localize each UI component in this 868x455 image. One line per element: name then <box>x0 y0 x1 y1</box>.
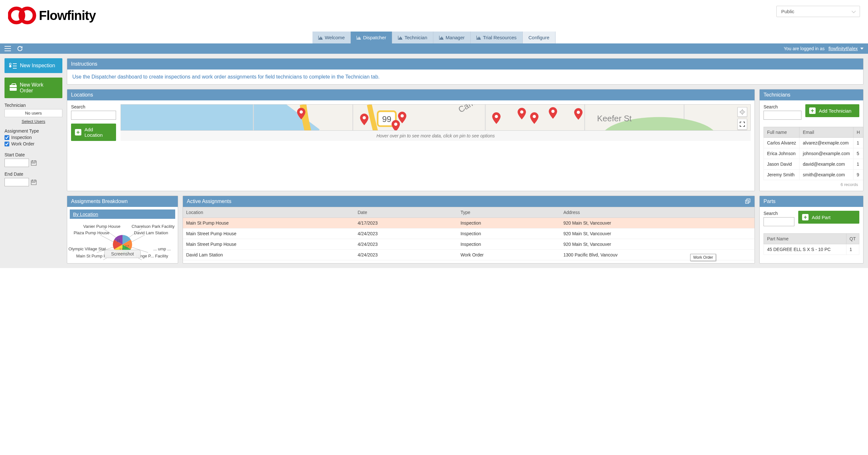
table-row[interactable]: 45 DEGREE ELL S X S - 10 PC1 <box>764 244 859 255</box>
technicians-header: Technicians <box>760 89 863 101</box>
locations-search-label: Search <box>71 104 116 109</box>
select-users-link[interactable]: Select Users <box>4 119 62 124</box>
add-location-button[interactable]: +Add Location <box>71 123 116 141</box>
new-work-order-button[interactable]: New Work Order <box>4 78 62 98</box>
map-fullscreen-button[interactable] <box>738 119 747 130</box>
technicians-search-input[interactable] <box>764 111 802 120</box>
caret-down-icon <box>860 48 864 50</box>
locations-header: Locations <box>67 89 754 101</box>
active-assignments-panel: Active Assignments LocationDateTypeAddre… <box>183 196 755 263</box>
tab-manager[interactable]: Manager <box>433 31 471 44</box>
svg-point-43 <box>551 110 555 113</box>
svg-rect-14 <box>33 182 34 183</box>
map-pin[interactable] <box>360 114 368 125</box>
start-date-label: Start Date <box>4 152 62 158</box>
breakdown-chart: 15 13 17 Vanier Pump House Plaza Pump Ho… <box>67 221 178 263</box>
svg-text:15: 15 <box>116 239 120 243</box>
svg-rect-13 <box>32 182 32 183</box>
tab-technician[interactable]: Technician <box>392 31 433 44</box>
tab-configure[interactable]: Configure <box>523 31 556 44</box>
map-pin[interactable] <box>530 112 538 124</box>
new-inspection-button[interactable]: New Inspection <box>4 58 62 73</box>
map-pin[interactable] <box>518 108 526 119</box>
svg-point-46 <box>742 112 743 113</box>
menu-icon[interactable] <box>4 46 11 51</box>
table-row[interactable]: Jeremy Smithsmith@example.com9 <box>764 170 864 180</box>
map-pin[interactable] <box>392 120 400 131</box>
main-tabs: Welcome Dispatcher Technician Manager Tr… <box>0 31 868 44</box>
map-pin[interactable] <box>297 108 305 119</box>
map-locate-button[interactable] <box>738 107 747 117</box>
technicians-panel: Technicians Search +Add Technician Full … <box>760 89 864 191</box>
add-technician-button[interactable]: +Add Technician <box>805 104 859 117</box>
table-row[interactable]: Jason Daviddavid@example.com1 <box>764 159 864 170</box>
table-row[interactable]: David Lam Station4/24/2023Work Order1300… <box>183 250 754 260</box>
public-dropdown[interactable]: Public <box>776 6 860 17</box>
map[interactable]: 99 Kitsilano Beach Brokers Bay FAIRVIEW … <box>121 104 751 131</box>
table-row[interactable]: Carlos Alvarezalvarez@exmaple.com1 <box>764 138 864 148</box>
technicians-records: 6 records <box>764 180 859 187</box>
list-icon <box>10 63 17 68</box>
active-table: LocationDateTypeAddress Main St Pump Hou… <box>183 207 754 260</box>
svg-point-44 <box>577 111 580 114</box>
add-part-button[interactable]: +Add Part <box>798 211 859 224</box>
svg-rect-7 <box>33 163 34 164</box>
user-bar: You are logged in as flowfinity6\alex <box>0 44 868 54</box>
map-pin[interactable] <box>549 107 557 119</box>
svg-line-52 <box>100 235 114 242</box>
inspection-checkbox-row[interactable]: Inspection <box>4 135 62 140</box>
chart-icon <box>318 36 323 39</box>
svg-rect-15 <box>34 182 35 183</box>
tab-trial-resources[interactable]: Trial Resources <box>471 31 522 44</box>
logo-icon <box>8 6 36 25</box>
breakdown-header: Assignments Breakdown <box>67 196 178 207</box>
table-row[interactable]: Main Street Pump House4/24/2023Inspectio… <box>183 228 754 239</box>
svg-line-56 <box>131 235 145 242</box>
work-order-checkbox[interactable] <box>4 142 9 146</box>
svg-point-38 <box>401 114 404 117</box>
user-menu[interactable]: You are logged in as flowfinity6\alex <box>784 46 864 51</box>
brand-text: Flowfinity <box>39 8 96 23</box>
map-pin[interactable] <box>574 108 583 120</box>
svg-point-39 <box>394 122 397 126</box>
plus-icon: + <box>802 214 808 221</box>
tab-welcome[interactable]: Welcome <box>312 31 351 44</box>
assignment-type-label: Assignment Type <box>4 129 62 134</box>
instructions-header: Instructions <box>67 59 863 69</box>
calendar-icon[interactable] <box>31 160 37 166</box>
technicians-search-label: Search <box>764 104 802 109</box>
svg-text:17: 17 <box>125 245 129 249</box>
expand-icon[interactable] <box>745 199 751 204</box>
parts-search-label: Search <box>764 211 795 216</box>
work-order-checkbox-row[interactable]: Work Order <box>4 141 62 146</box>
technicians-table: Full nameEmailH Carlos Alvarezalvarez@ex… <box>764 127 864 180</box>
technician-value: No users <box>4 109 62 117</box>
parts-search-input[interactable] <box>764 217 795 226</box>
map-pin[interactable] <box>492 112 500 124</box>
end-date-label: End Date <box>4 171 62 177</box>
parts-header: Parts <box>760 196 863 207</box>
plus-icon: + <box>809 108 815 114</box>
active-header: Active Assignments <box>183 196 754 207</box>
breakdown-tab-by-location[interactable]: By Location <box>70 209 175 219</box>
tab-dispatcher[interactable]: Dispatcher <box>351 31 392 44</box>
refresh-icon[interactable] <box>17 46 23 52</box>
map-hint: Hover over pin to see more data, click o… <box>121 131 751 141</box>
svg-point-42 <box>533 115 536 118</box>
calendar-icon[interactable] <box>31 179 37 185</box>
locations-panel: Locations Search +Add Location <box>67 89 755 191</box>
inspection-checkbox[interactable] <box>4 135 9 140</box>
chart-icon <box>356 36 361 39</box>
start-date-input[interactable] <box>4 159 29 167</box>
chart-icon <box>439 36 444 39</box>
briefcase-icon <box>10 85 17 91</box>
svg-rect-8 <box>34 163 35 164</box>
end-date-input[interactable] <box>4 178 29 186</box>
table-row[interactable]: Erica Johnsonjohnson@example.com5 <box>764 148 864 159</box>
breakdown-panel: Assignments Breakdown By Location <box>67 196 178 263</box>
plus-icon: + <box>75 129 81 136</box>
table-row[interactable]: Main St Pump House4/17/2023Inspection920… <box>183 218 754 228</box>
chart-icon <box>398 36 403 39</box>
table-row[interactable]: Main Street Pump House4/24/2023Inspectio… <box>183 239 754 250</box>
locations-search-input[interactable] <box>71 111 116 120</box>
